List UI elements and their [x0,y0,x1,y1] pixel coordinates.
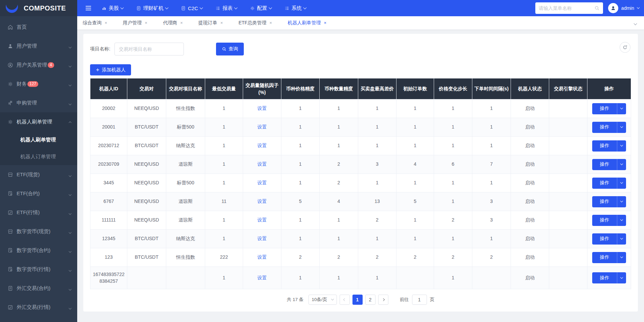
table-row-3: 20230709NEEQ/USD道琼斯1设置123467启动操作 [90,155,631,174]
cell-min-volume: 11 [205,192,243,211]
set-link[interactable]: 设置 [257,217,267,223]
chevron-down-icon [69,231,71,233]
cell-price-step: 2 [434,211,472,230]
sidebar-item-label: 财务 [17,81,27,87]
tabs-dropdown-button[interactable] [631,18,640,28]
tab-close-icon[interactable]: × [145,21,148,25]
cell-min-volume: 1 [205,267,243,289]
action-dropdown-button[interactable]: 操作 [592,215,626,226]
action-dropdown-button[interactable]: 操作 [592,122,626,133]
user-menu[interactable]: admin [608,3,639,13]
chevron-down-icon [617,183,626,183]
set-link[interactable]: 设置 [257,161,267,167]
cell-robot-status: 启动 [511,230,549,248]
set-link[interactable]: 设置 [257,124,267,130]
tab-close-icon[interactable]: × [220,21,223,25]
cell-init-orders: 1 [396,230,434,248]
page-size-select[interactable]: 10条/页 [308,295,337,305]
action-dropdown-button[interactable]: 操作 [592,140,626,152]
set-link[interactable]: 设置 [257,106,267,111]
tab-2[interactable]: 代理商× [163,20,183,26]
tab-4[interactable]: ETF总类管理× [238,20,272,26]
topnav-item-5[interactable]: 系统 [284,5,306,12]
topnav-item-2[interactable]: C2C [181,5,202,11]
search-icon[interactable] [594,5,600,11]
action-dropdown-button[interactable]: 操作 [592,233,626,245]
tab-close-icon[interactable]: × [180,21,183,25]
query-button-label: 查询 [229,46,238,52]
action-dropdown-button[interactable]: 操作 [592,252,626,263]
sidebar-subitem-5-1[interactable]: 机器人订单管理 [0,148,77,165]
page-button-1[interactable]: 1 [352,295,363,305]
next-page-button[interactable] [378,295,388,305]
column-header-4: 交易量随机因子(%) [243,78,281,99]
cell-actions: 操作 [587,192,631,211]
tab-list: 综合查询×用户管理×代理商×提现订单×ETF总类管理×机器人刷单管理× [83,20,631,26]
project-name-input[interactable] [114,43,184,55]
sidebar-item-7[interactable]: ETF(合约) [0,184,77,203]
tab-5[interactable]: 机器人刷单管理× [287,20,326,26]
topnav-item-3[interactable]: 报表 [215,5,237,12]
sidebar-item-6[interactable]: ETF(现货) [0,165,77,184]
tab-0[interactable]: 综合查询× [83,20,107,26]
action-dropdown-button[interactable]: 操作 [592,159,626,170]
set-link[interactable]: 设置 [257,199,267,204]
gear-icon [7,81,14,87]
action-button-label: 操作 [592,106,617,112]
sidebar-item-1[interactable]: 用户管理 [0,37,77,55]
home-icon [7,24,14,30]
sidebar-item-0[interactable]: 首页 [0,18,77,37]
cell-engine-status [549,137,587,155]
table-header-row: 机器人ID交易对交易对项目名称最低交易量交易量随机因子(%)币种价格精度币种数量… [90,78,631,99]
query-button[interactable]: 查询 [216,43,244,55]
hamburger-menu-icon[interactable] [85,5,91,11]
topnav-item-1[interactable]: 理财矿机 [136,5,168,12]
chevron-down-icon [620,200,623,202]
tab-1[interactable]: 用户管理× [123,20,148,26]
set-link[interactable]: 设置 [257,180,267,185]
tab-3[interactable]: 提现订单× [198,20,223,26]
table-row-2: 20230712BTC/USDT纳斯达克1设置111111启动操作 [90,137,631,155]
goto-page-input[interactable] [412,295,427,305]
cell-init-orders: 1 [396,174,434,192]
sidebar-item-label: ETF(现货) [17,171,40,178]
sidebar-item-5[interactable]: 机器人刷单管理 [0,112,77,131]
set-link[interactable]: 设置 [257,236,267,241]
set-link[interactable]: 设置 [257,254,267,260]
sidebar-item-4[interactable]: 申购管理 [0,93,77,112]
cell-random-factor: 设置 [243,99,281,118]
action-dropdown-button[interactable]: 操作 [592,178,626,189]
sidebar-item-12[interactable]: 外汇交易(合约) [0,279,77,298]
action-dropdown-button[interactable]: 操作 [592,103,626,114]
page-content: 项目名称: 查询 添加机器人 机器人ID交易对交易对项目名称最低交易量交 [77,30,644,322]
sidebar-item-13[interactable]: 外汇交易(行情) [0,298,77,317]
tab-close-icon[interactable]: × [324,21,326,25]
chevron-down-icon [69,64,71,67]
chevron-down-icon [69,62,71,68]
add-robot-button[interactable]: 添加机器人 [90,64,131,75]
topnav-item-0[interactable]: 美股 [102,5,123,12]
set-link[interactable]: 设置 [257,275,267,280]
refresh-button[interactable] [620,42,630,53]
sidebar-item-3[interactable]: 财务127 [0,74,77,93]
topnav-item-4[interactable]: 配置 [250,5,272,12]
sidebar-subitem-5-0[interactable]: 机器人刷单管理 [0,131,77,148]
action-dropdown-button[interactable]: 操作 [592,196,626,207]
sidebar-item-10[interactable]: 数字货币(合约) [0,241,77,260]
menu-search-input[interactable] [539,5,594,11]
set-link[interactable]: 设置 [257,143,267,148]
sidebar-item-11[interactable]: 数字货币(行情) [0,260,77,279]
cell-min-volume: 1 [205,211,243,230]
sidebar-item-label: ETF(行情) [17,209,40,216]
tab-close-icon[interactable]: × [270,21,272,25]
sidebar-item-8[interactable]: ETF(行情) [0,203,77,222]
sidebar-item-2[interactable]: 用户关系管理4 [0,55,77,74]
action-dropdown-button[interactable]: 操作 [592,272,626,283]
page-button-2[interactable]: 2 [365,295,375,305]
prev-page-button[interactable] [340,295,350,305]
sidebar-item-9[interactable]: 数字货币(现货) [0,222,77,241]
tab-close-icon[interactable]: × [105,21,107,25]
chevron-down-icon [69,100,71,106]
cell-engine-status [549,267,587,289]
topnav-item-label: 配置 [257,5,267,12]
